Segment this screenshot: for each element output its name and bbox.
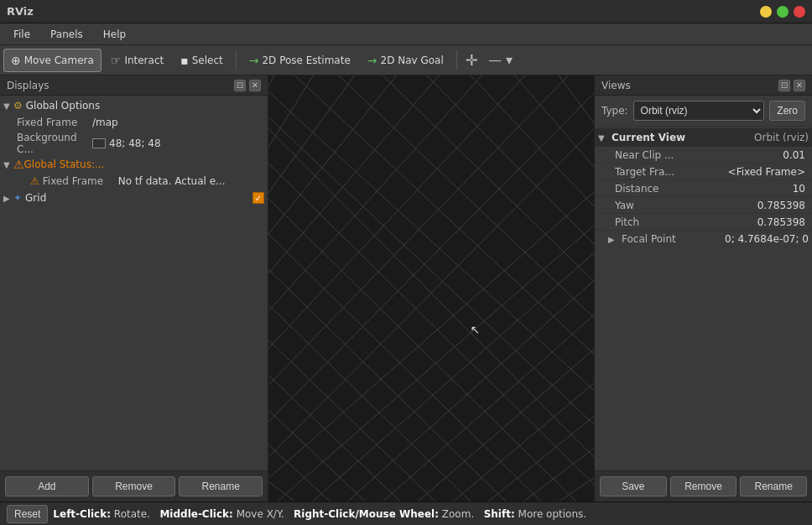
views-float-button[interactable]: ⊡ xyxy=(778,80,790,91)
views-type-row: Type: Orbit (rviz) Zero xyxy=(595,96,812,127)
nav-goal-icon: → xyxy=(367,54,377,67)
svg-line-2 xyxy=(268,75,594,430)
extra-tools-button[interactable]: — ▾ xyxy=(483,50,518,70)
zero-button[interactable]: Zero xyxy=(769,101,805,121)
svg-line-10 xyxy=(453,324,594,502)
pose-estimate-button[interactable]: → 2D Pose Estimate xyxy=(242,49,358,72)
global-options-icon: ⚙ xyxy=(13,100,23,112)
remove-display-button[interactable]: Remove xyxy=(92,476,176,496)
svg-line-4 xyxy=(268,138,594,502)
add-tool-button[interactable]: ✛ xyxy=(462,49,481,70)
svg-line-38 xyxy=(268,368,365,502)
menu-panels[interactable]: Panels xyxy=(40,27,93,42)
panel-float-button[interactable]: ⊡ xyxy=(234,80,246,91)
svg-line-37 xyxy=(268,333,400,502)
global-status-fixed-frame-row[interactable]: ⚠ Fixed Frame No tf data. Actual e... xyxy=(0,173,268,190)
app-title: RViz xyxy=(7,5,34,18)
svg-line-12 xyxy=(523,395,594,502)
svg-line-34 xyxy=(268,226,506,502)
views-header: Views ⊡ ✕ xyxy=(595,75,812,96)
grid-item[interactable]: ▶ ✦ Grid ✓ xyxy=(0,190,268,206)
pitch-row[interactable]: Pitch 0.785398 xyxy=(595,214,812,231)
svg-line-13 xyxy=(559,430,594,502)
interact-icon: ☞ xyxy=(111,54,122,67)
reset-button[interactable]: Reset xyxy=(7,505,48,523)
rename-display-button[interactable]: Rename xyxy=(179,476,263,496)
add-display-button[interactable]: Add xyxy=(5,476,89,496)
current-view-header[interactable]: ▼ Current View Orbit (rviz) xyxy=(595,128,812,147)
svg-line-29 xyxy=(559,75,594,182)
background-color-swatch xyxy=(92,138,106,148)
svg-line-5 xyxy=(277,164,594,502)
global-options-arrow: ▼ xyxy=(3,101,13,111)
minimize-button[interactable] xyxy=(760,6,772,18)
near-clip-row[interactable]: Near Clip ... 0.01 xyxy=(595,147,812,164)
views-title: Views xyxy=(601,80,631,91)
svg-line-20 xyxy=(268,85,594,502)
panel-controls: ⊡ ✕ xyxy=(234,80,261,91)
views-type-select[interactable]: Orbit (rviz) xyxy=(633,101,765,121)
background-color-row[interactable]: Background C... 48; 48; 48 xyxy=(0,131,268,156)
global-status-icon: ⚠ xyxy=(13,158,24,171)
toolbar-separator-1 xyxy=(236,50,237,70)
grid-arrow: ▶ xyxy=(3,194,13,203)
toolbar: ⊕ Move Camera ☞ Interact ▪ Select → 2D P… xyxy=(0,45,812,75)
maximize-button[interactable] xyxy=(777,6,789,18)
views-footer: Save Remove Rename xyxy=(595,470,812,502)
svg-line-22 xyxy=(268,75,594,430)
views-panel-controls: ⊡ ✕ xyxy=(778,80,805,91)
svg-line-7 xyxy=(347,217,594,502)
main-layout: Displays ⊡ ✕ ▼ ⚙ Global Options Fixed Fr… xyxy=(0,75,812,502)
select-icon: ▪ xyxy=(180,54,189,67)
displays-title: Displays xyxy=(7,80,49,91)
displays-header: Displays ⊡ ✕ xyxy=(0,75,268,96)
focal-point-arrow: ▶ xyxy=(608,235,618,244)
grid-checkbox[interactable]: ✓ xyxy=(252,192,264,204)
panel-close-button[interactable]: ✕ xyxy=(249,80,261,91)
displays-tree: ▼ ⚙ Global Options Fixed Frame /map Back… xyxy=(0,96,268,470)
statusbar: Reset Left-Click: Rotate. Middle-Click: … xyxy=(0,502,812,525)
svg-line-9 xyxy=(418,288,594,502)
global-status-arrow: ▼ xyxy=(3,160,13,169)
warn-icon: ⚠ xyxy=(30,175,39,187)
global-status-item[interactable]: ▼ ⚠ Global Status:... xyxy=(0,156,268,173)
rename-view-button[interactable]: Rename xyxy=(740,476,807,496)
move-camera-icon: ⊕ xyxy=(11,54,21,67)
grid-svg xyxy=(268,75,594,502)
svg-line-33 xyxy=(268,191,541,502)
menubar: File Panels Help xyxy=(0,23,812,45)
menu-file[interactable]: File xyxy=(3,27,40,42)
nav-goal-button[interactable]: → 2D Nav Goal xyxy=(360,49,451,72)
fixed-frame-row[interactable]: Fixed Frame /map xyxy=(0,114,268,131)
3d-viewport[interactable]: ↖ xyxy=(268,75,594,502)
svg-line-32 xyxy=(268,155,576,502)
pose-estimate-icon: → xyxy=(249,54,259,67)
select-button[interactable]: ▪ Select xyxy=(173,49,231,72)
focal-point-row[interactable]: ▶ Focal Point 0; 4.7684e-07; 0 xyxy=(595,231,812,247)
target-frame-row[interactable]: Target Fra... <Fixed Frame> xyxy=(595,164,812,180)
move-camera-button[interactable]: ⊕ Move Camera xyxy=(3,49,102,72)
views-tree: ▼ Current View Orbit (rviz) Near Clip ..… xyxy=(595,127,812,470)
svg-line-27 xyxy=(471,75,594,253)
svg-line-15 xyxy=(268,75,462,324)
menu-help[interactable]: Help xyxy=(93,27,136,42)
interact-button[interactable]: ☞ Interact xyxy=(103,49,171,72)
close-button[interactable] xyxy=(794,6,805,18)
global-options-item[interactable]: ▼ ⚙ Global Options xyxy=(0,97,268,114)
views-close-button[interactable]: ✕ xyxy=(794,80,805,91)
grid-icon: ✦ xyxy=(13,192,22,204)
svg-line-24 xyxy=(339,75,594,360)
remove-view-button[interactable]: Remove xyxy=(670,476,737,496)
titlebar: RViz xyxy=(0,0,812,23)
distance-row[interactable]: Distance 10 xyxy=(595,180,812,197)
current-view-arrow: ▼ xyxy=(598,133,608,143)
svg-line-6 xyxy=(312,191,594,502)
toolbar-separator-2 xyxy=(456,50,457,70)
svg-line-23 xyxy=(294,75,594,395)
svg-line-3 xyxy=(268,75,550,395)
displays-footer: Add Remove Rename xyxy=(0,470,268,502)
views-panel: Views ⊡ ✕ Type: Orbit (rviz) Zero ▼ Curr… xyxy=(594,75,812,502)
yaw-row[interactable]: Yaw 0.785398 xyxy=(595,197,812,214)
displays-panel: Displays ⊡ ✕ ▼ ⚙ Global Options Fixed Fr… xyxy=(0,75,268,502)
save-view-button[interactable]: Save xyxy=(600,476,667,496)
